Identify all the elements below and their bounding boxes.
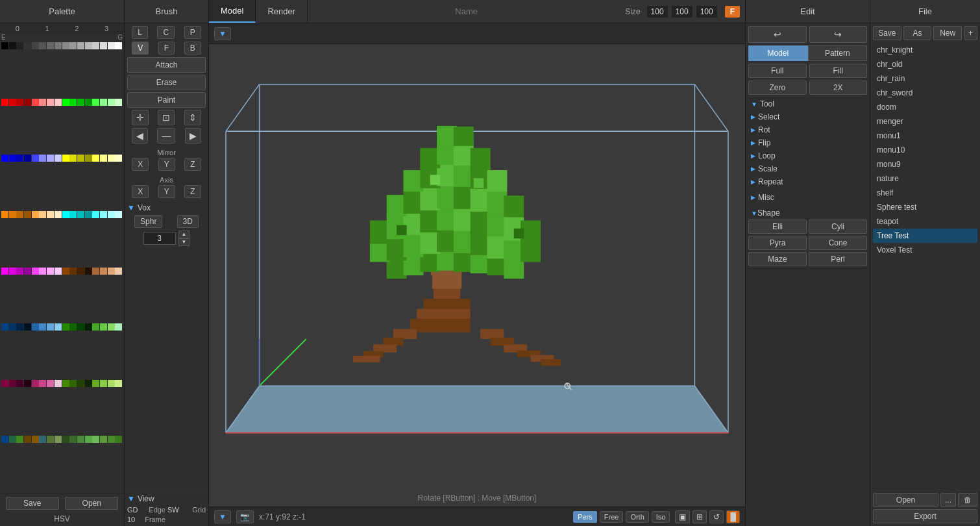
color-cell-79[interactable]: [115, 268, 122, 275]
view-iso-button[interactable]: Iso: [652, 511, 670, 523]
color-cell-65[interactable]: [9, 268, 16, 275]
color-cell-10[interactable]: [77, 42, 84, 49]
color-cell-50[interactable]: [16, 211, 23, 218]
file-trash-button[interactable]: 🗑: [958, 493, 977, 507]
color-cell-106[interactable]: [77, 380, 84, 387]
color-cell-75[interactable]: [85, 268, 92, 275]
color-cell-60[interactable]: [92, 211, 99, 218]
color-cell-62[interactable]: [108, 211, 115, 218]
color-cell-112[interactable]: [1, 436, 8, 443]
viewport-dropdown-arrow[interactable]: ▼: [214, 27, 231, 40]
color-cell-103[interactable]: [55, 380, 62, 387]
view-pers-button[interactable]: Pers: [573, 511, 597, 523]
repeat-tool[interactable]: ▶ Repeat: [748, 175, 867, 188]
color-cell-87[interactable]: [55, 323, 62, 331]
color-cell-39[interactable]: [55, 155, 62, 162]
grid-single-icon[interactable]: ▣: [675, 510, 690, 523]
color-cell-120[interactable]: [62, 436, 69, 443]
color-cell-91[interactable]: [85, 323, 92, 331]
color-cell-59[interactable]: [85, 211, 92, 218]
color-cell-37[interactable]: [39, 155, 46, 162]
file-item-1[interactable]: chr_old: [873, 57, 977, 71]
color-cell-28[interactable]: [92, 99, 99, 106]
color-cell-77[interactable]: [100, 268, 107, 275]
grid-quad-icon[interactable]: ⊞: [692, 510, 707, 523]
axis-x[interactable]: X: [132, 185, 149, 198]
sphr-button[interactable]: Sphr: [134, 215, 162, 228]
zero-button[interactable]: Zero: [748, 81, 807, 95]
color-cell-16[interactable]: [1, 99, 8, 106]
color-cell-9[interactable]: [69, 42, 77, 49]
color-cell-109[interactable]: [100, 380, 107, 387]
file-dots-button[interactable]: ...: [940, 493, 956, 507]
elli-button[interactable]: Elli: [748, 219, 807, 234]
viewport-bottom-arrow[interactable]: ▼: [214, 510, 231, 523]
color-cell-45[interactable]: [100, 155, 107, 162]
brush-mode-f[interactable]: F: [158, 42, 175, 55]
rot-tool[interactable]: ▶ Rot: [748, 123, 867, 136]
color-cell-96[interactable]: [1, 380, 8, 387]
color-cell-97[interactable]: [9, 380, 16, 387]
file-item-0[interactable]: chr_knight: [873, 43, 977, 57]
erase-button[interactable]: Erase: [127, 75, 206, 90]
mirror-y[interactable]: Y: [158, 158, 175, 171]
color-cell-47[interactable]: [115, 155, 122, 162]
camera-button[interactable]: 📷: [236, 510, 254, 523]
color-cell-21[interactable]: [39, 99, 46, 106]
misc-header[interactable]: ▶ Misc: [748, 191, 867, 204]
color-cell-32[interactable]: [1, 155, 8, 162]
color-cell-94[interactable]: [108, 323, 115, 331]
scale-tool[interactable]: ▶ Scale: [748, 162, 867, 175]
color-cell-31[interactable]: [115, 99, 122, 106]
color-cell-4[interactable]: [32, 42, 39, 49]
color-cell-74[interactable]: [77, 268, 84, 275]
file-item-5[interactable]: menger: [873, 114, 977, 129]
maze-button[interactable]: Maze: [748, 252, 807, 266]
brush-mode-l[interactable]: L: [132, 26, 148, 39]
minus-icon[interactable]: —: [157, 128, 175, 144]
move-icon[interactable]: ✛: [132, 110, 149, 125]
color-cell-89[interactable]: [69, 323, 77, 331]
color-cell-118[interactable]: [47, 436, 54, 443]
color-cell-29[interactable]: [100, 99, 107, 106]
light-icon[interactable]: █: [726, 510, 740, 523]
file-item-10[interactable]: shelf: [873, 186, 977, 200]
color-cell-81[interactable]: [9, 323, 16, 331]
color-cell-52[interactable]: [32, 211, 39, 218]
color-cell-82[interactable]: [16, 323, 23, 331]
color-cell-124[interactable]: [92, 436, 99, 443]
color-cell-22[interactable]: [47, 99, 54, 106]
color-cell-64[interactable]: [1, 268, 8, 275]
perl-button[interactable]: Perl: [809, 252, 867, 266]
full-button[interactable]: Full: [748, 64, 807, 78]
color-cell-72[interactable]: [62, 268, 69, 275]
color-cell-24[interactable]: [62, 99, 69, 106]
color-cell-48[interactable]: [1, 211, 8, 218]
color-cell-70[interactable]: [47, 268, 54, 275]
color-cell-122[interactable]: [77, 436, 84, 443]
color-cell-107[interactable]: [85, 380, 92, 387]
view-arrow[interactable]: ▼: [127, 494, 135, 503]
redo-button[interactable]: ↪: [809, 26, 868, 43]
color-cell-7[interactable]: [55, 42, 62, 49]
color-cell-27[interactable]: [85, 99, 92, 106]
color-cell-76[interactable]: [92, 268, 99, 275]
mirror-z[interactable]: Z: [184, 158, 201, 171]
color-cell-14[interactable]: [108, 42, 115, 49]
color-cell-100[interactable]: [32, 380, 39, 387]
pyra-button[interactable]: Pyra: [748, 236, 807, 250]
file-item-11[interactable]: Sphere test: [873, 200, 977, 214]
color-cell-35[interactable]: [24, 155, 31, 162]
twox-button[interactable]: 2X: [809, 81, 868, 95]
tab-model[interactable]: Model: [209, 0, 256, 23]
tab-render[interactable]: Render: [256, 0, 308, 23]
f-button[interactable]: F: [725, 6, 740, 18]
color-cell-110[interactable]: [108, 380, 115, 387]
color-cell-93[interactable]: [100, 323, 107, 331]
mirror-x[interactable]: X: [132, 158, 149, 171]
color-cell-119[interactable]: [55, 436, 62, 443]
color-cell-102[interactable]: [47, 380, 54, 387]
vox-arrow[interactable]: ▼: [127, 203, 135, 212]
export-button[interactable]: Export: [873, 509, 977, 523]
color-cell-13[interactable]: [100, 42, 107, 49]
